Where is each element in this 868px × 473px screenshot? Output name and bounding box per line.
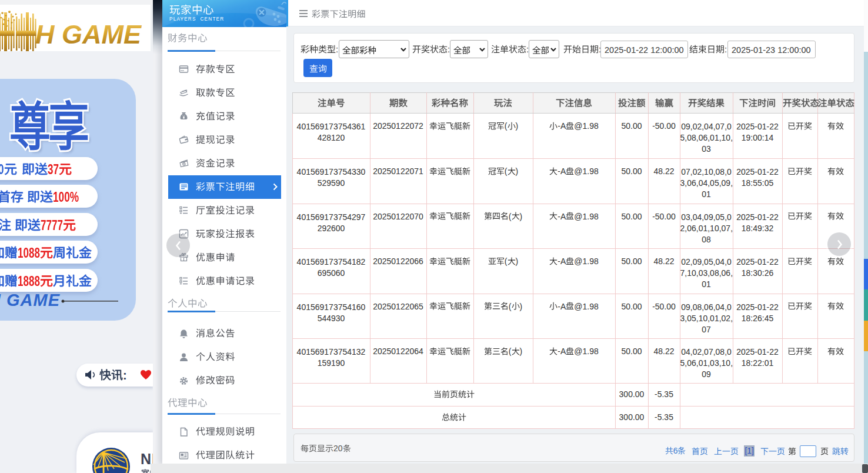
svg-text:H GAME: H GAME [35, 19, 142, 49]
